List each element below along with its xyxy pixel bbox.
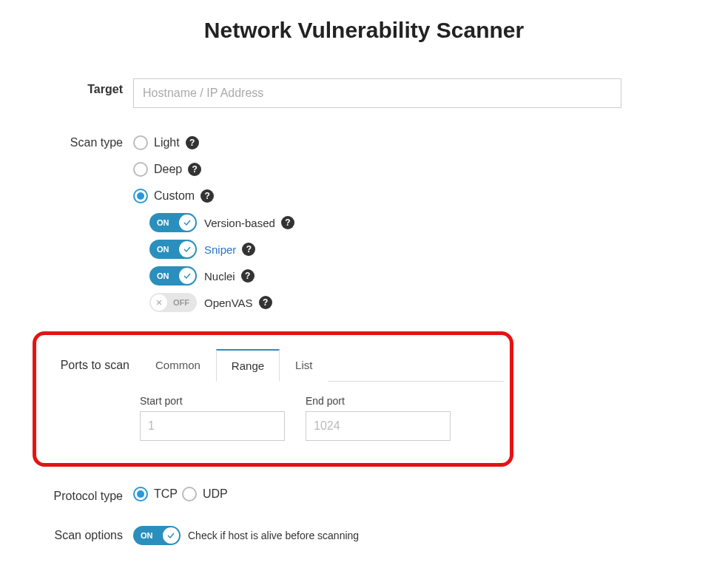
scan-type-light-label: Light bbox=[154, 136, 180, 149]
x-icon bbox=[151, 294, 167, 311]
help-icon[interactable]: ? bbox=[242, 243, 255, 256]
toggle-version-based-label: Version-based bbox=[204, 217, 275, 229]
protocol-tcp-radio[interactable] bbox=[133, 487, 148, 501]
toggle-sniper[interactable]: ON bbox=[149, 240, 197, 259]
protocol-tcp-label: TCP bbox=[154, 487, 178, 501]
toggle-nuclei-label: Nuclei bbox=[204, 270, 235, 283]
scan-type-deep-label: Deep bbox=[154, 163, 182, 176]
protocol-label: Protocol type bbox=[0, 490, 133, 503]
check-icon bbox=[163, 527, 179, 544]
scan-type-row: Scan type Light ? Deep ? Custom ? ON bbox=[0, 132, 728, 318]
toggle-openvas-label: OpenVAS bbox=[204, 297, 253, 309]
help-icon[interactable]: ? bbox=[186, 136, 199, 149]
ports-tabs: Common Range List bbox=[140, 348, 504, 382]
end-port-input[interactable] bbox=[306, 411, 451, 441]
check-icon bbox=[179, 241, 195, 257]
scan-type-light-radio[interactable] bbox=[133, 135, 148, 150]
scan-type-deep-radio[interactable] bbox=[133, 162, 148, 177]
custom-toggles: ON Version-based ? ON Sniper ? bbox=[149, 212, 639, 314]
protocol-udp-label: UDP bbox=[203, 487, 228, 501]
start-port-label: Start port bbox=[140, 395, 285, 407]
scan-options-label: Scan options bbox=[0, 529, 133, 542]
scan-options-row: Scan options ON Check if host is alive b… bbox=[0, 526, 728, 545]
scan-type-custom-radio[interactable] bbox=[133, 189, 148, 203]
ports-label: Ports to scan bbox=[42, 348, 140, 372]
help-icon[interactable]: ? bbox=[188, 163, 201, 176]
tab-common[interactable]: Common bbox=[140, 349, 216, 382]
scan-type-custom-label: Custom bbox=[154, 189, 195, 203]
help-icon[interactable]: ? bbox=[281, 216, 294, 229]
toggle-openvas[interactable]: OFF bbox=[149, 293, 197, 312]
target-input[interactable] bbox=[133, 78, 621, 108]
check-icon bbox=[179, 214, 195, 231]
check-alive-label: Check if host is alive before scanning bbox=[188, 530, 359, 541]
scanner-form: Target Scan type Light ? Deep ? Custom ? bbox=[0, 78, 728, 545]
start-port-input[interactable] bbox=[140, 411, 285, 441]
target-label: Target bbox=[0, 78, 133, 96]
check-icon bbox=[179, 268, 195, 284]
page-title: Network Vulnerability Scanner bbox=[0, 18, 728, 43]
tab-list[interactable]: List bbox=[280, 349, 328, 382]
help-icon[interactable]: ? bbox=[259, 296, 272, 309]
toggle-sniper-label[interactable]: Sniper bbox=[204, 243, 236, 256]
toggle-version-based[interactable]: ON bbox=[149, 213, 197, 232]
toggle-nuclei[interactable]: ON bbox=[149, 266, 197, 286]
end-port-label: End port bbox=[306, 395, 451, 407]
scan-type-label: Scan type bbox=[0, 132, 133, 149]
target-row: Target bbox=[0, 78, 728, 108]
protocol-row: Protocol type TCP UDP bbox=[0, 483, 728, 510]
help-icon[interactable]: ? bbox=[200, 189, 214, 203]
tab-range[interactable]: Range bbox=[216, 349, 280, 382]
help-icon[interactable]: ? bbox=[241, 269, 255, 283]
toggle-check-alive[interactable]: ON bbox=[133, 526, 181, 545]
protocol-udp-radio[interactable] bbox=[182, 487, 197, 501]
ports-highlight-box: Ports to scan Common Range List Start po… bbox=[33, 331, 513, 467]
